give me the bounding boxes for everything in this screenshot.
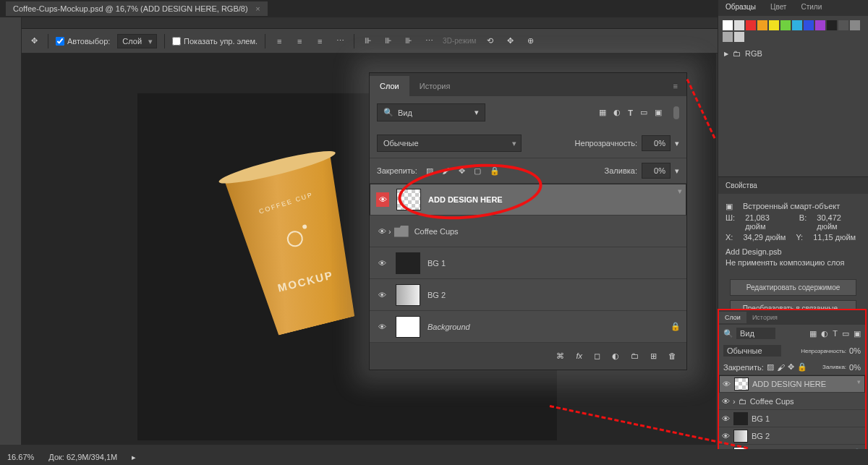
- swatch[interactable]: [723, 20, 733, 30]
- layer-thumb[interactable]: [396, 284, 420, 306]
- visibility-icon[interactable]: 👁: [722, 432, 730, 440]
- visibility-icon[interactable]: 👁: [375, 259, 388, 268]
- lock-icon[interactable]: ✥: [788, 362, 794, 372]
- visibility-icon[interactable]: 👁: [722, 414, 730, 423]
- layer-name[interactable]: Coffee Cups: [414, 227, 681, 236]
- lock-brush-icon[interactable]: 🖌: [442, 166, 450, 175]
- zoom-level[interactable]: 16.67%: [7, 453, 34, 461]
- distribute-icon[interactable]: ⊪: [362, 35, 375, 48]
- visibility-icon[interactable]: 👁: [375, 227, 388, 236]
- align-icon[interactable]: ≡: [273, 35, 286, 48]
- opacity-input[interactable]: 0%: [642, 135, 671, 151]
- layer-item[interactable]: 👁 ADD DESIGN HERE: [370, 184, 686, 216]
- filter-toggle[interactable]: [673, 106, 679, 119]
- adjustment-icon[interactable]: ◐: [612, 351, 619, 361]
- swatch[interactable]: [804, 20, 814, 30]
- filter-icon[interactable]: ▦: [809, 329, 817, 338]
- swatch[interactable]: [734, 20, 744, 30]
- distribute-icon[interactable]: ⊪: [402, 35, 415, 48]
- lock-artboard-icon[interactable]: ▢: [474, 166, 481, 176]
- swatch[interactable]: [757, 20, 767, 30]
- layer-thumb[interactable]: [396, 189, 421, 210]
- tab-history[interactable]: История: [746, 312, 783, 323]
- visibility-icon[interactable]: 👁: [375, 291, 388, 299]
- layer-name[interactable]: BG 2: [752, 432, 770, 440]
- expand-icon[interactable]: ›: [733, 397, 736, 406]
- chevron-down-icon[interactable]: ▾: [675, 166, 679, 176]
- more-icon[interactable]: ⋯: [422, 35, 435, 48]
- layer-item[interactable]: 👁 › 🗀 Coffee Cups: [719, 393, 865, 410]
- chevron-icon[interactable]: ▸: [132, 453, 136, 462]
- panel-menu-icon[interactable]: ≡: [665, 76, 686, 96]
- layer-search[interactable]: Вид: [736, 328, 775, 339]
- layer-item[interactable]: 👁 Background 🔒: [370, 311, 686, 343]
- layer-thumb[interactable]: [733, 430, 748, 443]
- height-value[interactable]: 30,472 дюйм: [817, 213, 861, 231]
- swatch[interactable]: [780, 20, 791, 30]
- fx-icon[interactable]: fx: [576, 351, 582, 361]
- tab-layers[interactable]: Слои: [719, 312, 746, 323]
- zoom-icon[interactable]: ⊕: [524, 35, 537, 48]
- auto-select-target[interactable]: Слой: [117, 34, 157, 48]
- swatch[interactable]: [838, 20, 848, 30]
- document-tab[interactable]: Coffee-Cups-Mockup.psd @ 16,7% (ADD DESI…: [6, 1, 268, 16]
- x-value[interactable]: 34,29 дюйм: [743, 233, 786, 242]
- layer-thumb[interactable]: [396, 316, 420, 338]
- visibility-icon[interactable]: 👁: [376, 192, 389, 207]
- pan-icon[interactable]: ✥: [503, 35, 516, 48]
- lock-icon[interactable]: ▨: [767, 362, 774, 372]
- blend-mode-select[interactable]: Обычные: [723, 345, 781, 357]
- lock-icon[interactable]: 🔒: [797, 362, 807, 372]
- swatch[interactable]: [723, 32, 733, 42]
- layer-name[interactable]: Coffee Cups: [750, 397, 794, 406]
- layer-item[interactable]: 👁 › Coffee Cups: [370, 216, 686, 247]
- lock-all-icon[interactable]: 🔒: [490, 166, 500, 176]
- tab-swatches[interactable]: Образцы: [718, 0, 763, 16]
- layer-thumb[interactable]: [396, 252, 420, 274]
- auto-select-checkbox[interactable]: Автовыбор:: [56, 37, 110, 46]
- lock-icon[interactable]: 🖌: [777, 363, 785, 372]
- swatch[interactable]: [792, 20, 802, 30]
- swatch-folder[interactable]: ▶ 🗀 RGB: [718, 46, 868, 61]
- tab-styles[interactable]: Стили: [793, 0, 829, 16]
- mask-icon[interactable]: ◻: [594, 351, 600, 361]
- visibility-icon[interactable]: 👁: [723, 380, 731, 388]
- link-icon[interactable]: ⌘: [556, 351, 564, 361]
- swatch[interactable]: [769, 20, 779, 30]
- trash-icon[interactable]: 🗑: [668, 351, 676, 361]
- filter-adjust-icon[interactable]: ◐: [613, 108, 621, 117]
- fill-input[interactable]: 0%: [849, 363, 861, 372]
- width-value[interactable]: 21,083 дюйм: [745, 213, 789, 231]
- close-icon[interactable]: ×: [255, 4, 260, 13]
- y-value[interactable]: 11,15 дюйм: [813, 233, 856, 242]
- expand-arrow-icon[interactable]: ›: [388, 227, 391, 236]
- swatch[interactable]: [734, 32, 744, 42]
- filter-icon[interactable]: ◐: [821, 329, 828, 338]
- lock-pixels-icon[interactable]: ▨: [426, 166, 433, 176]
- filter-icon[interactable]: ▭: [842, 329, 849, 338]
- layer-search[interactable]: 🔍 Вид ▾: [377, 103, 485, 121]
- toolbox[interactable]: [0, 17, 22, 445]
- layer-item[interactable]: 👁 BG 1: [370, 247, 686, 279]
- visibility-icon[interactable]: 👁: [722, 397, 730, 406]
- layer-name[interactable]: ADD DESIGN HERE: [428, 195, 680, 204]
- edit-contents-button[interactable]: Редактировать содержимое: [730, 279, 856, 296]
- distribute-icon[interactable]: ⊪: [382, 35, 395, 48]
- layer-name[interactable]: BG 1: [752, 414, 770, 423]
- layer-thumb[interactable]: [734, 377, 749, 391]
- opacity-input[interactable]: 0%: [849, 346, 861, 355]
- doc-size[interactable]: Док: 62,9M/394,1M: [48, 453, 117, 461]
- filter-icon[interactable]: ▣: [854, 329, 861, 338]
- swatch[interactable]: [827, 20, 837, 30]
- filter-shape-icon[interactable]: ▭: [640, 108, 647, 117]
- show-controls-checkbox[interactable]: Показать упр. элем.: [172, 37, 258, 46]
- filter-type-icon[interactable]: T: [628, 108, 633, 117]
- layer-name[interactable]: ADD DESIGN HERE: [752, 380, 826, 388]
- layer-name[interactable]: Background: [427, 323, 671, 331]
- layer-item[interactable]: 👁 BG 1: [719, 410, 865, 427]
- align-icon[interactable]: ≡: [293, 35, 306, 48]
- swatch[interactable]: [850, 20, 860, 30]
- swatch[interactable]: [815, 20, 825, 30]
- layer-item[interactable]: 👁 ADD DESIGN HERE: [719, 375, 865, 393]
- visibility-icon[interactable]: 👁: [375, 323, 388, 331]
